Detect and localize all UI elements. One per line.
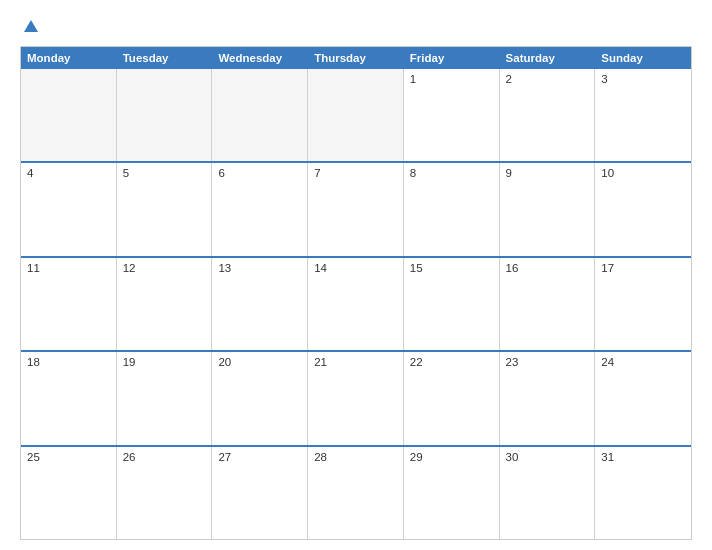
- day-number: 21: [314, 356, 327, 368]
- day-number: 20: [218, 356, 231, 368]
- day-number: 1: [410, 73, 416, 85]
- day-number: 11: [27, 262, 40, 274]
- day-cell: 5: [117, 163, 213, 255]
- day-number: 17: [601, 262, 614, 274]
- day-number: 31: [601, 451, 614, 463]
- day-cell: 28: [308, 447, 404, 539]
- day-number: 13: [218, 262, 231, 274]
- day-cell: 12: [117, 258, 213, 350]
- week-row-3: 11121314151617: [21, 256, 691, 350]
- day-cell: 16: [500, 258, 596, 350]
- day-cell: 8: [404, 163, 500, 255]
- day-header-tuesday: Tuesday: [117, 47, 213, 69]
- logo: [20, 18, 40, 36]
- day-cell: 31: [595, 447, 691, 539]
- day-cell: 24: [595, 352, 691, 444]
- day-number: 29: [410, 451, 423, 463]
- day-cell: [212, 69, 308, 161]
- header: [20, 18, 692, 36]
- week-row-2: 45678910: [21, 161, 691, 255]
- day-number: 18: [27, 356, 40, 368]
- week-row-5: 25262728293031: [21, 445, 691, 539]
- page: MondayTuesdayWednesdayThursdayFridaySatu…: [0, 0, 712, 550]
- day-cell: 1: [404, 69, 500, 161]
- day-cell: 15: [404, 258, 500, 350]
- day-number: 3: [601, 73, 607, 85]
- day-header-sunday: Sunday: [595, 47, 691, 69]
- day-cell: 11: [21, 258, 117, 350]
- day-cell: [117, 69, 213, 161]
- day-number: 7: [314, 167, 320, 179]
- day-number: 26: [123, 451, 136, 463]
- svg-marker-0: [24, 20, 38, 32]
- logo-icon: [22, 18, 40, 36]
- day-header-monday: Monday: [21, 47, 117, 69]
- day-number: 22: [410, 356, 423, 368]
- day-cell: 18: [21, 352, 117, 444]
- day-header-friday: Friday: [404, 47, 500, 69]
- day-cell: 21: [308, 352, 404, 444]
- day-number: 9: [506, 167, 512, 179]
- day-cell: [21, 69, 117, 161]
- day-cell: 22: [404, 352, 500, 444]
- day-cell: 9: [500, 163, 596, 255]
- day-cell: 7: [308, 163, 404, 255]
- day-cell: 23: [500, 352, 596, 444]
- day-cell: 6: [212, 163, 308, 255]
- day-cell: 19: [117, 352, 213, 444]
- day-header-saturday: Saturday: [500, 47, 596, 69]
- day-number: 16: [506, 262, 519, 274]
- day-number: 30: [506, 451, 519, 463]
- week-row-4: 18192021222324: [21, 350, 691, 444]
- day-cell: 13: [212, 258, 308, 350]
- day-number: 27: [218, 451, 231, 463]
- day-cell: 10: [595, 163, 691, 255]
- day-cell: 29: [404, 447, 500, 539]
- day-cell: 3: [595, 69, 691, 161]
- day-cell: [308, 69, 404, 161]
- week-row-1: 123: [21, 69, 691, 161]
- day-number: 24: [601, 356, 614, 368]
- day-cell: 27: [212, 447, 308, 539]
- calendar-body: 1234567891011121314151617181920212223242…: [21, 69, 691, 539]
- day-header-wednesday: Wednesday: [212, 47, 308, 69]
- day-number: 15: [410, 262, 423, 274]
- day-cell: 26: [117, 447, 213, 539]
- day-cell: 17: [595, 258, 691, 350]
- day-number: 5: [123, 167, 129, 179]
- day-number: 8: [410, 167, 416, 179]
- day-number: 25: [27, 451, 40, 463]
- day-cell: 4: [21, 163, 117, 255]
- day-number: 10: [601, 167, 614, 179]
- day-cell: 25: [21, 447, 117, 539]
- day-header-thursday: Thursday: [308, 47, 404, 69]
- day-number: 6: [218, 167, 224, 179]
- day-number: 2: [506, 73, 512, 85]
- day-number: 14: [314, 262, 327, 274]
- day-number: 19: [123, 356, 136, 368]
- day-cell: 2: [500, 69, 596, 161]
- day-headers: MondayTuesdayWednesdayThursdayFridaySatu…: [21, 47, 691, 69]
- day-number: 4: [27, 167, 33, 179]
- day-number: 28: [314, 451, 327, 463]
- calendar: MondayTuesdayWednesdayThursdayFridaySatu…: [20, 46, 692, 540]
- day-cell: 14: [308, 258, 404, 350]
- day-number: 12: [123, 262, 136, 274]
- day-number: 23: [506, 356, 519, 368]
- day-cell: 30: [500, 447, 596, 539]
- day-cell: 20: [212, 352, 308, 444]
